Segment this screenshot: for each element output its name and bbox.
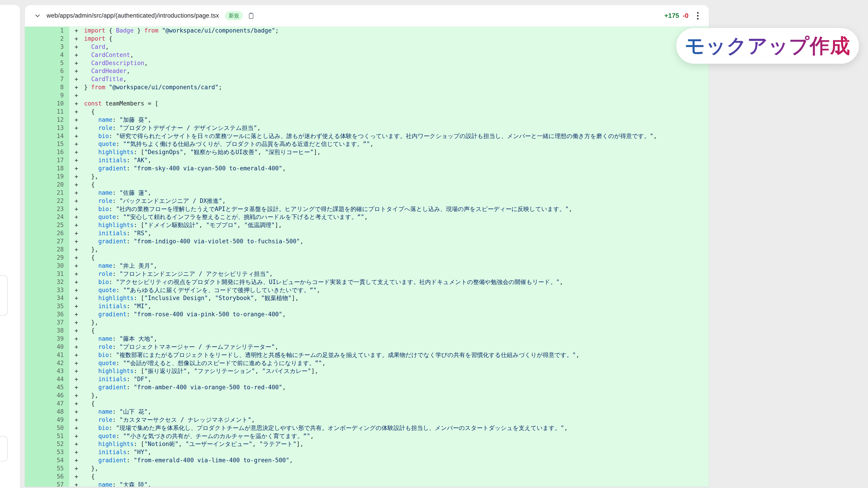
- line-number[interactable]: 40: [25, 343, 69, 351]
- line-number[interactable]: 12: [25, 116, 69, 124]
- collapsed-panel-handle[interactable]: [0, 275, 8, 316]
- line-number[interactable]: 2: [25, 35, 69, 43]
- line-number[interactable]: 25: [25, 221, 69, 229]
- line-number[interactable]: 46: [25, 392, 69, 400]
- diff-add-sign: +: [69, 35, 84, 43]
- chevron-down-icon[interactable]: [34, 12, 41, 20]
- diff-line: 34+ highlights: ["Inclusive Design", "St…: [25, 294, 709, 302]
- diff-content: 1+import { Badge } from "@workspace/ui/c…: [25, 27, 709, 487]
- code-line: + quote: "“会話が増えると、想像以上のスピードで前に進めるようになりま…: [69, 359, 709, 367]
- collapsed-panel-handle[interactable]: [0, 436, 8, 461]
- line-number[interactable]: 38: [25, 327, 69, 335]
- diff-add-sign: +: [69, 416, 84, 424]
- line-number[interactable]: 34: [25, 294, 69, 302]
- line-number[interactable]: 53: [25, 448, 69, 456]
- line-number[interactable]: 48: [25, 408, 69, 416]
- diff-add-sign: +: [69, 132, 84, 140]
- line-number[interactable]: 51: [25, 432, 69, 440]
- line-number[interactable]: 35: [25, 302, 69, 311]
- line-number[interactable]: 17: [25, 156, 69, 164]
- removed-count: -0: [683, 12, 688, 20]
- line-number[interactable]: 56: [25, 473, 69, 481]
- code-line: + name: "井上 美月",: [69, 262, 709, 270]
- diff-line: 44+ initials: "DF",: [25, 375, 709, 383]
- line-number[interactable]: 18: [25, 164, 69, 173]
- line-number[interactable]: 3: [25, 43, 69, 51]
- line-number[interactable]: 43: [25, 367, 69, 375]
- diff-add-sign: +: [69, 408, 84, 416]
- diff-add-sign: +: [69, 27, 84, 35]
- diff-add-sign: +: [69, 108, 84, 116]
- code-line: + {: [69, 400, 709, 408]
- code-line: + Card,: [69, 43, 709, 51]
- line-number[interactable]: 55: [25, 464, 69, 473]
- line-number[interactable]: 24: [25, 213, 69, 221]
- line-number[interactable]: 1: [25, 27, 69, 35]
- line-number[interactable]: 41: [25, 351, 69, 359]
- line-number[interactable]: 37: [25, 319, 69, 327]
- diff-add-sign: +: [69, 262, 84, 270]
- diff-line: 40+ role: "プロジェクトマネージャー / チームファシリテーター",: [25, 343, 709, 351]
- line-number[interactable]: 39: [25, 335, 69, 343]
- diff-line: 38+ {: [25, 327, 709, 335]
- code-line: + bio: "社内の業務フローを理解したうえでAPIとデータ基盤を設計。ヒアリ…: [69, 205, 709, 213]
- line-number[interactable]: 7: [25, 75, 69, 84]
- diff-add-sign: +: [69, 343, 84, 351]
- diff-add-sign: +: [69, 254, 84, 262]
- diff-line: 22+ role: "バックエンドエンジニア / DX推進",: [25, 197, 709, 205]
- line-number[interactable]: 16: [25, 148, 69, 156]
- line-number[interactable]: 30: [25, 262, 69, 270]
- line-number[interactable]: 6: [25, 67, 69, 75]
- diff-line: 9+: [25, 92, 709, 100]
- diff-add-sign: +: [69, 181, 84, 189]
- code-line: + CardDescription,: [69, 59, 709, 67]
- line-number[interactable]: 32: [25, 278, 69, 286]
- line-number[interactable]: 52: [25, 440, 69, 448]
- line-number[interactable]: 49: [25, 416, 69, 424]
- diff-add-sign: +: [69, 116, 84, 124]
- line-number[interactable]: 29: [25, 254, 69, 262]
- line-number[interactable]: 54: [25, 456, 69, 464]
- line-number[interactable]: 44: [25, 375, 69, 383]
- line-number[interactable]: 10: [25, 100, 69, 108]
- diff-line: 51+ quote: "“小さな気づきの共有が、チームのカルチャーを温かく育てま…: [25, 432, 709, 440]
- line-number[interactable]: 57: [25, 481, 69, 487]
- line-number[interactable]: 8: [25, 84, 69, 92]
- kebab-menu-icon[interactable]: [697, 11, 699, 20]
- diff-add-sign: +: [69, 59, 84, 67]
- line-number[interactable]: 42: [25, 359, 69, 367]
- line-number[interactable]: 20: [25, 181, 69, 189]
- diff-line: 6+ CardHeader,: [25, 67, 709, 75]
- line-number[interactable]: 45: [25, 383, 69, 392]
- line-number[interactable]: 22: [25, 197, 69, 205]
- line-number[interactable]: 28: [25, 246, 69, 254]
- line-number[interactable]: 33: [25, 286, 69, 294]
- line-number[interactable]: 50: [25, 424, 69, 432]
- line-number[interactable]: 23: [25, 205, 69, 213]
- diff-add-sign: +: [69, 367, 84, 375]
- line-number[interactable]: 27: [25, 237, 69, 246]
- line-number[interactable]: 14: [25, 132, 69, 140]
- diff-add-sign: +: [69, 213, 84, 221]
- code-line: + {: [69, 254, 709, 262]
- line-number[interactable]: 47: [25, 400, 69, 408]
- diff-add-sign: +: [69, 67, 84, 75]
- line-number[interactable]: 36: [25, 311, 69, 319]
- diff-header: web/apps/admin/src/app/(authenticated)/i…: [25, 5, 709, 27]
- line-number[interactable]: 15: [25, 140, 69, 148]
- line-number[interactable]: 21: [25, 189, 69, 197]
- diff-add-sign: +: [69, 448, 84, 456]
- code-line: + bio: "研究で得られたインサイトを日々の業務ツールに落とし込み、誰もが迷…: [69, 132, 709, 140]
- line-number[interactable]: 9: [25, 92, 69, 100]
- code-line: + },: [69, 392, 709, 400]
- line-number[interactable]: 5: [25, 59, 69, 67]
- diff-line: 5+ CardDescription,: [25, 59, 709, 67]
- copy-icon[interactable]: [248, 12, 254, 19]
- line-number[interactable]: 19: [25, 173, 69, 181]
- line-number[interactable]: 26: [25, 229, 69, 237]
- line-number[interactable]: 4: [25, 51, 69, 59]
- line-number[interactable]: 31: [25, 270, 69, 278]
- line-number[interactable]: 13: [25, 124, 69, 132]
- diff-line: 7+ CardTitle,: [25, 75, 709, 84]
- line-number[interactable]: 11: [25, 108, 69, 116]
